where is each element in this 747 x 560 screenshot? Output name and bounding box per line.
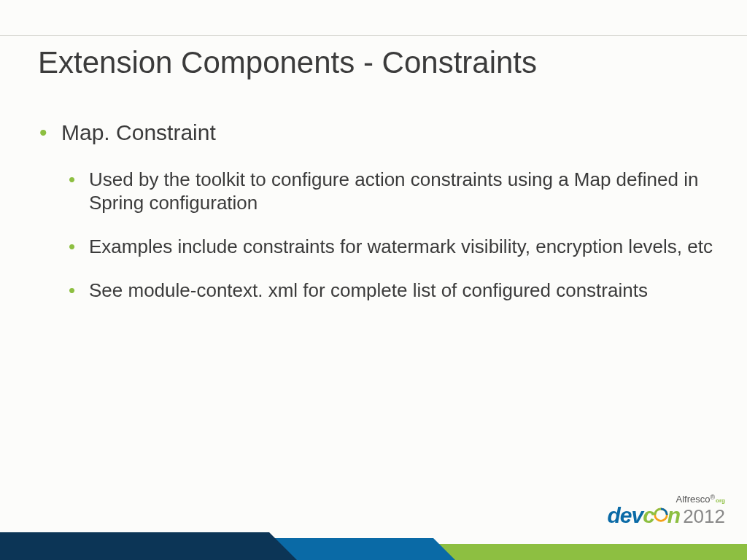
bullet-icon: • <box>39 120 61 146</box>
devcon-logo: devcn 2012 <box>607 503 725 528</box>
bullet-level1: • Map. Constraint <box>39 120 718 146</box>
bullet-text: Used by the toolkit to configure action … <box>89 168 718 214</box>
bullet-icon: • <box>69 235 89 258</box>
bullet-level2: • Examples include constraints for water… <box>69 235 718 258</box>
slide: Extension Components - Constraints • Map… <box>0 0 747 560</box>
bullet-icon: • <box>69 168 89 214</box>
top-divider <box>0 35 747 36</box>
sub-bullets: • Used by the toolkit to configure actio… <box>69 168 718 302</box>
bullet-text: Examples include constraints for waterma… <box>89 235 713 258</box>
bullet-level2: • Used by the toolkit to configure actio… <box>69 168 718 214</box>
footer-logo: Alfresco®org devcn 2012 <box>607 494 725 528</box>
footer-bar-navy <box>0 532 269 560</box>
slide-title: Extension Components - Constraints <box>38 45 537 80</box>
bullet-text: See module-context. xml for complete lis… <box>89 279 648 302</box>
content-area: • Map. Constraint • Used by the toolkit … <box>39 120 718 322</box>
brand-name: Alfresco <box>676 494 711 505</box>
logo-year: 2012 <box>683 505 725 528</box>
swirl-icon <box>653 503 669 519</box>
devcon-wordmark: devcn <box>607 503 680 528</box>
bullet-icon: • <box>69 279 89 302</box>
registered-icon: ® <box>710 494 715 501</box>
bullet-level2: • See module-context. xml for complete l… <box>69 279 718 302</box>
brand-tag: org <box>716 497 725 504</box>
logo-con-text2: n <box>667 503 680 528</box>
logo-dev-text: dev <box>607 503 643 528</box>
bullet-text: Map. Constraint <box>61 120 216 146</box>
footer-band <box>0 526 747 560</box>
